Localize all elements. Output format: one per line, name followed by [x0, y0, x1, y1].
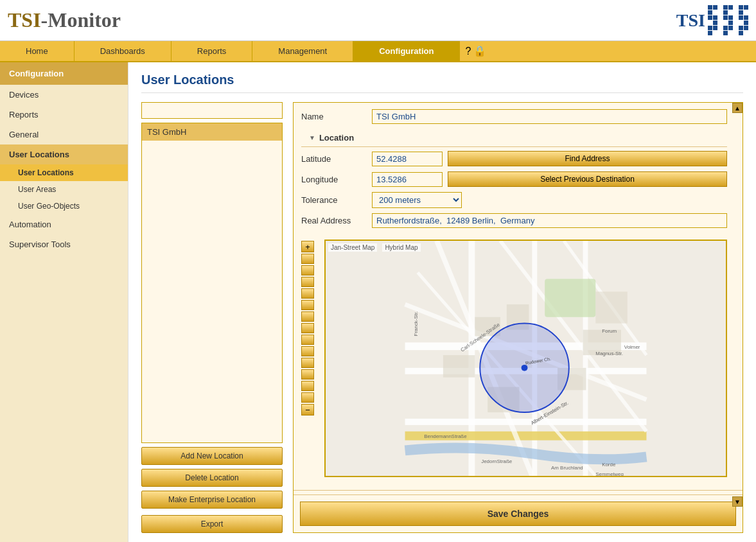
location-triangle: ▼ — [309, 134, 315, 141]
svg-text:Am Bruchland: Am Bruchland — [551, 465, 583, 471]
map-container[interactable]: Jan-Street Map Hybrid Map — [324, 240, 727, 477]
svg-rect-15 — [443, 355, 475, 378]
zoom-controls: + — [301, 240, 314, 484]
real-address-input[interactable] — [372, 213, 727, 228]
nav-management[interactable]: Management — [252, 41, 353, 61]
map-svg: Carl-Scheele-Straße BendemannStraße Rudo… — [326, 241, 726, 476]
navbar: Home Dashboards Reports Management Confi… — [0, 41, 756, 62]
delete-location-button[interactable]: Delete Location — [141, 469, 283, 487]
zoom-bar-7[interactable] — [301, 323, 314, 333]
sidebar-item-general[interactable]: General — [0, 125, 128, 144]
content-area: User Locations TSI GmbH Add New Location… — [128, 62, 756, 542]
app-header: TSI-Monitor TSI — [0, 0, 756, 41]
help-icon[interactable]: ? — [465, 46, 471, 57]
tolerance-label: Tolerance — [301, 195, 372, 205]
longitude-row: Longitude Select Previous Destination — [301, 171, 727, 187]
nav-icons: ? 🔒 — [465, 45, 486, 57]
content-columns: TSI GmbH Add New Location Delete Locatio… — [141, 102, 743, 533]
zoom-out-button[interactable]: − — [301, 404, 314, 415]
tolerance-row: Tolerance 50 meters 100 meters 200 meter… — [301, 192, 727, 208]
sidebar-item-reports[interactable]: Reports — [0, 105, 128, 125]
lock-icon[interactable]: 🔒 — [473, 45, 486, 57]
tsi-brand: TSI — [676, 10, 705, 31]
zoom-bar-3[interactable] — [301, 277, 314, 287]
svg-text:Franck-Str.: Franck-Str. — [413, 311, 419, 337]
zoom-bar-8[interactable] — [301, 335, 314, 345]
latitude-input[interactable] — [372, 152, 443, 166]
main-layout: Configuration Devices Reports General Us… — [0, 62, 756, 542]
select-previous-destination-button[interactable]: Select Previous Destination — [448, 171, 727, 187]
svg-text:Semmelweg: Semmelweg — [595, 471, 623, 476]
svg-text:Magnus-Str.: Magnus-Str. — [595, 351, 623, 356]
nav-dashboards[interactable]: Dashboards — [75, 41, 171, 61]
page-title: User Locations — [141, 73, 743, 93]
save-changes-button[interactable]: Save Changes — [300, 502, 736, 526]
add-location-button[interactable]: Add New Location — [141, 447, 283, 465]
location-search-input[interactable] — [141, 102, 283, 119]
logo-text: TSI-Monitor — [8, 8, 121, 31]
zoom-bar-9[interactable] — [301, 346, 314, 356]
svg-rect-5 — [583, 241, 588, 476]
svg-text:JedornStraße: JedornStraße — [481, 459, 513, 464]
sidebar-item-supervisor-tools[interactable]: Supervisor Tools — [0, 234, 128, 254]
svg-rect-2 — [405, 419, 647, 425]
zoom-bar-4[interactable] — [301, 288, 314, 299]
zoom-bar-13[interactable] — [301, 392, 314, 403]
export-button[interactable]: Export — [141, 515, 283, 533]
svg-text:Korde: Korde — [602, 462, 616, 468]
real-address-row: Real Address — [301, 213, 727, 228]
zoom-bar-2[interactable] — [301, 265, 314, 275]
logo-area: TSI — [676, 5, 748, 35]
real-address-label: Real Address — [301, 216, 372, 225]
left-panel: TSI GmbH Add New Location Delete Locatio… — [141, 102, 283, 533]
zoom-bar-1[interactable] — [301, 254, 314, 264]
custom-properties-section[interactable]: ▶ Custom Properties — [294, 490, 743, 494]
longitude-label: Longitude — [301, 175, 372, 184]
zoom-bar-12[interactable] — [301, 381, 314, 391]
map-tab-hybrid[interactable]: Hybrid Map — [382, 243, 420, 252]
form-table: Name ▼ Location Latitude Find Addr — [294, 103, 743, 240]
latitude-row: Latitude Find Address — [301, 151, 727, 166]
zoom-bar-10[interactable] — [301, 358, 314, 368]
sidebar-item-devices[interactable]: Devices — [0, 85, 128, 105]
sidebar-item-user-locations[interactable]: User Locations — [0, 144, 128, 164]
svg-text:Volmer: Volmer — [624, 344, 640, 350]
longitude-input[interactable] — [372, 172, 443, 187]
name-row: Name — [301, 109, 727, 124]
zoom-bar-5[interactable] — [301, 300, 314, 310]
latitude-label: Latitude — [301, 154, 372, 164]
find-address-button[interactable]: Find Address — [448, 151, 727, 166]
nav-configuration[interactable]: Configuration — [353, 41, 460, 61]
map-section: + — [301, 240, 735, 484]
svg-text:Forum: Forum — [602, 328, 617, 334]
location-list-item[interactable]: TSI GmbH — [142, 123, 282, 141]
svg-rect-17 — [595, 292, 627, 323]
sidebar: Configuration Devices Reports General Us… — [0, 62, 128, 542]
scroll-up-btn[interactable]: ▲ — [732, 103, 743, 113]
svg-text:BendemannStraße: BendemannStraße — [424, 433, 467, 439]
sidebar-section-header: Configuration — [0, 62, 128, 85]
sidebar-sub-item-user-areas[interactable]: User Areas — [0, 181, 128, 198]
map-tab-street[interactable]: Jan-Street Map — [328, 243, 377, 252]
sidebar-item-automation[interactable]: Automation — [0, 214, 128, 234]
zoom-bar-11[interactable] — [301, 369, 314, 380]
sidebar-sub-item-user-geo-objects[interactable]: User Geo-Objects — [0, 198, 128, 214]
nav-reports[interactable]: Reports — [171, 41, 253, 61]
tolerance-select[interactable]: 50 meters 100 meters 200 meters 500 mete… — [372, 192, 462, 208]
name-input[interactable] — [372, 109, 727, 124]
app-logo: TSI-Monitor — [8, 8, 121, 32]
right-panel: ▲ ▼ Name ▼ Locatio — [293, 102, 743, 533]
location-section-header: ▼ Location — [301, 129, 727, 147]
right-scroll-area[interactable]: Name ▼ Location Latitude Find Addr — [294, 103, 743, 494]
name-label: Name — [301, 112, 372, 121]
make-enterprise-location-button[interactable]: Make Enterprise Location — [141, 491, 283, 509]
scroll-down-btn[interactable]: ▼ — [732, 496, 743, 507]
sidebar-sub-item-user-locations[interactable]: User Locations — [0, 164, 128, 181]
nav-home[interactable]: Home — [0, 41, 75, 61]
tsi-logo-grid — [708, 5, 748, 35]
location-list: TSI GmbH — [141, 123, 283, 443]
svg-point-21 — [522, 365, 528, 371]
zoom-bar-6[interactable] — [301, 311, 314, 322]
location-section-label: Location — [319, 133, 354, 143]
zoom-in-button[interactable]: + — [301, 241, 314, 252]
